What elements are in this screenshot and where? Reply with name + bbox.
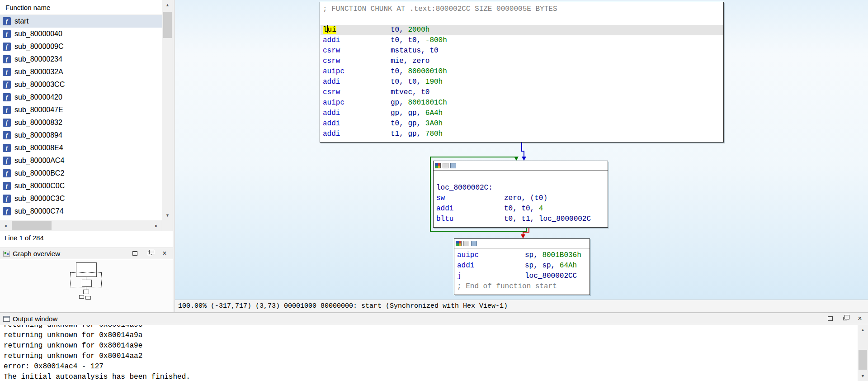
asm-line[interactable] <box>320 14 723 25</box>
output-log-line: returning unknown for 0x80014a9a <box>4 330 858 341</box>
output-vscroll-thumb[interactable] <box>859 350 867 370</box>
node-group-icon[interactable] <box>471 241 477 246</box>
graph-view[interactable]: ; FUNCTION CHUNK AT .text:800002CC SIZE … <box>175 0 868 300</box>
asm-operands: mie, zero <box>391 57 429 65</box>
asm-line[interactable]: jloc_800002CC <box>454 271 590 281</box>
asm-line[interactable]: bltut0, t1, loc_8000002C <box>434 214 608 224</box>
graph-overview-title: Graph overview <box>13 250 60 257</box>
scroll-left-arrow-icon[interactable]: ◄ <box>0 220 11 231</box>
functions-horizontal-scrollbar[interactable]: ◄ ► <box>0 220 162 231</box>
function-name: sub_80000BC2 <box>14 169 64 177</box>
entry-block[interactable]: ; FUNCTION CHUNK AT .text:800002CC SIZE … <box>320 2 724 143</box>
scroll-up-arrow-icon[interactable]: ▲ <box>858 325 868 335</box>
node-group-icon[interactable] <box>450 163 456 168</box>
function-list-item[interactable]: fstart <box>0 15 162 28</box>
loop-block[interactable]: loc_8000002C:swzero, (t0)addit0, t0, 4bl… <box>433 161 608 228</box>
asm-operands: t1, gp, 780h <box>391 130 443 138</box>
asm-label: loc_8000002C: <box>436 184 493 192</box>
asm-operands: t0, 80000010h <box>391 67 447 76</box>
function-list-item[interactable]: fsub_80000C0C <box>0 180 162 192</box>
functions-vertical-scrollbar[interactable]: ▲ ▼ <box>162 0 173 220</box>
asm-line[interactable]: addit0, t0, -800h <box>320 35 723 46</box>
function-list-item[interactable]: fsub_80000AC4 <box>0 154 162 167</box>
function-list-item[interactable]: fsub_80000C3C <box>0 192 162 205</box>
output-maximize-button[interactable] <box>826 315 834 322</box>
scroll-right-arrow-icon[interactable]: ► <box>151 220 162 231</box>
functions-column-header[interactable]: Function name <box>0 0 162 15</box>
output-log-line: returning unknown for 0x80014a96 <box>4 325 858 330</box>
asm-operands: loc_800002CC <box>525 272 577 280</box>
overview-float-button[interactable] <box>146 250 153 257</box>
node-color-icon[interactable] <box>456 241 462 246</box>
function-list-item[interactable]: fsub_8000047E <box>0 104 162 116</box>
scroll-down-arrow-icon[interactable]: ▼ <box>858 371 868 381</box>
function-name: start <box>14 17 28 25</box>
asm-operands: zero, (t0) <box>504 194 547 202</box>
function-list-item[interactable]: fsub_800003CC <box>0 78 162 91</box>
function-icon: f <box>3 68 11 76</box>
function-icon: f <box>3 131 11 139</box>
asm-line[interactable]: csrwmtvec, t0 <box>320 87 723 98</box>
output-titlebar[interactable]: Output window × <box>0 313 868 324</box>
graph-overview-minimap[interactable] <box>0 260 173 312</box>
node-frame-icon[interactable] <box>463 241 469 246</box>
output-log-line: The initial autoanalysis has been finish… <box>4 372 858 381</box>
node-color-icon[interactable] <box>435 163 441 168</box>
function-list-item[interactable]: fsub_80000234 <box>0 53 162 66</box>
function-icon: f <box>3 169 11 177</box>
function-list-item[interactable]: fsub_80000420 <box>0 91 162 104</box>
output-float-button[interactable] <box>841 315 849 322</box>
maximize-icon <box>828 316 833 321</box>
scroll-up-arrow-icon[interactable]: ▲ <box>162 0 173 10</box>
asm-line[interactable]: addit0, t0, 4 <box>434 204 608 214</box>
functions-vscroll-thumb[interactable] <box>163 12 172 38</box>
asm-operands: t0, t0, 190h <box>391 78 443 86</box>
output-close-button[interactable]: × <box>856 315 863 322</box>
output-log[interactable]: returning unknown for 0x80014a96returnin… <box>0 325 858 381</box>
asm-line[interactable]: auipcsp, 8001B036h <box>454 250 590 261</box>
asm-line[interactable]: addit0, t0, 190h <box>320 77 723 87</box>
asm-line[interactable]: auipct0, 80000010h <box>320 67 723 77</box>
exit-block[interactable]: auipcsp, 8001B036haddisp, sp, 64Ahjloc_8… <box>454 238 590 295</box>
asm-line[interactable]: addit0, gp, 3A0h <box>320 119 723 129</box>
function-name: sub_80000894 <box>14 131 62 139</box>
scroll-down-arrow-icon[interactable]: ▼ <box>162 210 173 220</box>
asm-line[interactable] <box>434 172 608 183</box>
asm-line[interactable]: auipcgp, 8001801Ch <box>320 98 723 108</box>
asm-line[interactable]: addisp, sp, 64Ah <box>454 261 590 271</box>
graph-overview-titlebar[interactable]: Graph overview × <box>0 248 173 259</box>
functions-hscroll-thumb[interactable] <box>12 221 52 230</box>
function-list-item[interactable]: fsub_8000032A <box>0 66 162 78</box>
output-log-line: returning unknown for 0x80014aa2 <box>4 351 858 362</box>
output-log-line: returning unknown for 0x80014a9e <box>4 341 858 351</box>
function-list-item[interactable]: fsub_80000832 <box>0 116 162 129</box>
overview-close-button[interactable]: × <box>161 250 168 257</box>
node-frame-icon[interactable] <box>443 163 448 168</box>
asm-line[interactable]: addit1, gp, 780h <box>320 129 723 139</box>
function-list-item[interactable]: fsub_80000C74 <box>0 205 162 218</box>
function-list[interactable]: fstartfsub_80000040fsub_8000009Cfsub_800… <box>0 15 162 220</box>
function-list-item[interactable]: fsub_80000BC2 <box>0 167 162 180</box>
asm-line[interactable]: csrwmie, zero <box>320 56 723 67</box>
asm-line[interactable]: ; End of function start <box>454 281 590 292</box>
function-name: sub_80000234 <box>14 55 62 63</box>
function-list-item[interactable]: fsub_80000040 <box>0 28 162 40</box>
asm-operands: t0, gp, 3A0h <box>391 119 443 128</box>
output-vertical-scrollbar[interactable]: ▲ ▼ <box>858 325 868 381</box>
function-list-item[interactable]: fsub_8000009C <box>0 40 162 53</box>
function-icon: f <box>3 157 11 165</box>
asm-line[interactable]: luit0, 2000h <box>320 25 723 35</box>
asm-mnemonic: bltu <box>436 214 504 224</box>
overview-maximize-button[interactable] <box>131 250 138 257</box>
asm-operands: t0, t0, 4 <box>504 205 543 213</box>
asm-comment: ; End of function start <box>457 282 557 291</box>
function-list-item[interactable]: fsub_800008E4 <box>0 142 162 154</box>
function-list-item[interactable]: fsub_80000894 <box>0 129 162 142</box>
asm-line[interactable]: loc_8000002C: <box>434 183 608 193</box>
close-icon: × <box>858 315 862 322</box>
asm-line[interactable]: addigp, gp, 6A4h <box>320 108 723 119</box>
minimap-node <box>79 295 84 299</box>
asm-line[interactable]: csrwmstatus, t0 <box>320 46 723 56</box>
asm-line[interactable]: swzero, (t0) <box>434 193 608 204</box>
asm-line[interactable]: ; FUNCTION CHUNK AT .text:800002CC SIZE … <box>320 4 723 14</box>
